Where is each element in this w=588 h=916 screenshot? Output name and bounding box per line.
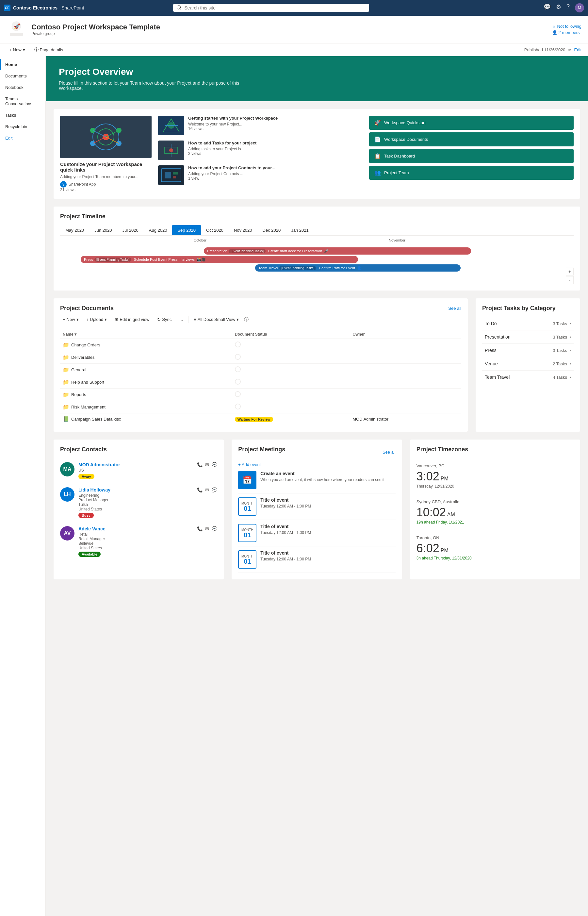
contact-location-lidia: Tulsa bbox=[78, 502, 193, 507]
sidebar-item-recycle-bin[interactable]: Recycle bin bbox=[0, 121, 45, 132]
meetings-header: Project Meetings See all bbox=[238, 446, 395, 458]
doc-name-risk-mgmt[interactable]: 📁Risk Management bbox=[60, 401, 232, 413]
quicklink-task-dashboard[interactable]: 📋 Task Dashboard bbox=[369, 149, 573, 163]
doc-name-general[interactable]: 📁General bbox=[60, 364, 232, 376]
contact-name-mod-admin[interactable]: MOD Administrator bbox=[78, 462, 193, 467]
email-icon[interactable]: ✉ bbox=[205, 462, 209, 467]
task-category-press[interactable]: Press 3 Tasks › bbox=[482, 344, 573, 357]
timeline-month-jun[interactable]: Jun 2020 bbox=[89, 225, 117, 235]
doc-owner-help-support bbox=[350, 376, 461, 388]
chat-icon[interactable]: 💬 bbox=[544, 3, 551, 13]
news-item-3-title[interactable]: How to add your Project Contacts to your… bbox=[188, 165, 275, 170]
docs-upload-button[interactable]: ↑ Upload ▾ bbox=[84, 316, 110, 323]
chat-icon[interactable]: 💬 bbox=[212, 487, 217, 492]
task-category-team-travel[interactable]: Team Travel 4 Tasks › bbox=[482, 371, 573, 384]
chat-icon[interactable]: 💬 bbox=[212, 462, 217, 467]
site-title: Contoso Project Workspace Template bbox=[31, 23, 160, 31]
task-category-todo[interactable]: To Do 3 Tasks › bbox=[482, 317, 573, 330]
meeting-day-3: 01 bbox=[244, 558, 251, 565]
news-featured-title[interactable]: Customize your Project Workspace quick l… bbox=[60, 162, 152, 173]
sidebar-item-notebook[interactable]: Notebook bbox=[0, 82, 45, 93]
phone-icon[interactable]: 📞 bbox=[197, 487, 202, 492]
sidebar-item-tasks[interactable]: Tasks bbox=[0, 110, 45, 121]
timeline-month-oct[interactable]: Oct 2020 bbox=[201, 225, 229, 235]
doc-name-deliverables[interactable]: 📁Deliverables bbox=[60, 351, 232, 364]
contact-info-adele: Adele Vance Retail Retail Manager Bellev… bbox=[78, 526, 193, 557]
team-travel-timeline-bar[interactable]: Team Travel [Event Planning Tasks] Confi… bbox=[255, 264, 460, 272]
chevron-right-icon: › bbox=[570, 361, 571, 366]
docs-edit-grid-button[interactable]: ⊞ Edit in grid view bbox=[112, 316, 152, 323]
quicklink-project-team[interactable]: 👥 Project Team bbox=[369, 166, 573, 180]
chevron-down-icon: ▾ bbox=[105, 317, 107, 322]
timeline-month-dec[interactable]: Dec 2020 bbox=[257, 225, 286, 235]
sidebar-item-home[interactable]: Home bbox=[0, 59, 45, 70]
doc-name-campaign-sales[interactable]: 📗Campaign Sales Data.xlsx bbox=[60, 413, 232, 425]
quicklink-workspace-documents[interactable]: 📄 Workspace Documents bbox=[369, 132, 573, 146]
docs-sync-button[interactable]: ↻ Sync bbox=[155, 316, 174, 323]
search-input[interactable] bbox=[184, 5, 366, 10]
timeline-month-aug[interactable]: Aug 2020 bbox=[144, 225, 173, 235]
doc-owner-campaign-sales: MOD Administrator bbox=[350, 413, 461, 425]
meetings-see-all[interactable]: See all bbox=[383, 450, 396, 455]
phone-icon[interactable]: 📞 bbox=[197, 526, 202, 531]
svg-rect-28 bbox=[173, 172, 178, 175]
search-box[interactable] bbox=[173, 4, 369, 12]
timeline-month-nov[interactable]: Nov 2020 bbox=[229, 225, 257, 235]
excel-icon: 📗 bbox=[63, 416, 69, 422]
timezone-info-toronto: 3h ahead Thursday, 12/31/2020 bbox=[417, 556, 573, 560]
not-following-button[interactable]: ☆ Not following bbox=[552, 24, 582, 29]
doc-name-reports[interactable]: 📁Reports bbox=[60, 388, 232, 401]
svg-rect-29 bbox=[173, 176, 176, 178]
meeting-title-3[interactable]: Title of event bbox=[260, 550, 311, 555]
doc-name-help-support[interactable]: 📁Help and Support bbox=[60, 376, 232, 388]
edit-link[interactable]: Edit bbox=[574, 47, 582, 52]
add-event-button[interactable]: + Add event bbox=[238, 462, 395, 467]
chat-icon[interactable]: 💬 bbox=[212, 526, 217, 531]
members-button[interactable]: 👤 2 members bbox=[552, 30, 582, 35]
meeting-title-1[interactable]: Title of event bbox=[260, 497, 311, 503]
email-icon[interactable]: ✉ bbox=[205, 526, 209, 531]
settings-icon[interactable]: ⚙ bbox=[556, 3, 561, 13]
timeline-month-may[interactable]: May 2020 bbox=[60, 225, 89, 235]
docs-new-button[interactable]: + New ▾ bbox=[60, 316, 81, 323]
sidebar-item-teams-conversations[interactable]: Teams Conversations bbox=[0, 93, 45, 110]
quicklink-workspace-quickstart[interactable]: 🚀 Workspace Quickstart bbox=[369, 116, 573, 130]
meeting-date-box-1: Month 01 bbox=[238, 497, 257, 516]
timeline-month-jan[interactable]: Jan 2021 bbox=[286, 225, 314, 235]
profile-icon[interactable]: M bbox=[575, 3, 584, 13]
meeting-title-2[interactable]: Title of event bbox=[260, 524, 311, 529]
contact-name-adele[interactable]: Adele Vance bbox=[78, 526, 193, 531]
sidebar-item-documents[interactable]: Documents bbox=[0, 70, 45, 82]
site-logo[interactable]: CE Contoso Electronics bbox=[4, 5, 58, 11]
contact-action-icons: 📞 ✉ 💬 bbox=[197, 462, 217, 467]
zoom-in-button[interactable]: + bbox=[566, 268, 573, 275]
docs-info-icon[interactable]: ⓘ bbox=[244, 317, 249, 322]
new-button[interactable]: + New ▾ bbox=[6, 46, 28, 53]
task-category-venue[interactable]: Venue 2 Tasks › bbox=[482, 357, 573, 371]
table-row: 📁Help and Support bbox=[60, 376, 461, 388]
task-category-presentation[interactable]: Presentation 3 Tasks › bbox=[482, 330, 573, 344]
phone-icon[interactable]: 📞 bbox=[197, 462, 202, 467]
doc-name-change-orders[interactable]: 📁Change Orders bbox=[60, 339, 232, 351]
docs-more-button[interactable]: ... bbox=[177, 316, 186, 323]
docs-see-all[interactable]: See all bbox=[448, 306, 461, 311]
zoom-out-button[interactable]: - bbox=[566, 276, 573, 284]
help-icon[interactable]: ? bbox=[567, 3, 570, 13]
email-icon[interactable]: ✉ bbox=[205, 487, 209, 492]
timeline-month-jul[interactable]: Jul 2020 bbox=[117, 225, 144, 235]
sidebar-edit-link[interactable]: Edit bbox=[0, 132, 45, 144]
presentation-timeline-bar[interactable]: Presentation [Event Planning Tasks] Crea… bbox=[204, 248, 471, 254]
press-timeline-bar[interactable]: Press [Event Planning Tasks] Schedule Po… bbox=[81, 256, 358, 263]
docs-view-button[interactable]: ≡ All Docs Small View ▾ bbox=[191, 316, 241, 323]
news-item-2-title[interactable]: How to add Tasks for your project bbox=[188, 141, 257, 146]
page-details-button[interactable]: ⓘ Page details bbox=[32, 45, 66, 54]
create-event-title[interactable]: Create an event bbox=[260, 471, 386, 476]
news-item-1-title[interactable]: Getting started with your Project Worksp… bbox=[188, 116, 278, 121]
toolbar-right: Published 11/26/2020 ✏ Edit bbox=[524, 47, 582, 52]
search-icon bbox=[176, 5, 182, 10]
meeting-content-1: Title of event Tuesday 12:00 AM - 1:00 P… bbox=[260, 497, 311, 516]
timeline-month-sep[interactable]: Sep 2020 bbox=[172, 225, 201, 235]
contact-name-lidia[interactable]: Lidia Holloway bbox=[78, 487, 193, 492]
person-icon: 👤 bbox=[552, 30, 557, 35]
timeline-label-november: November bbox=[389, 238, 405, 242]
